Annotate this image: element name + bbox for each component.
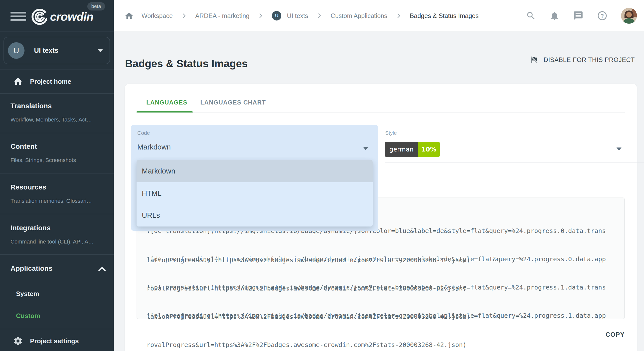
user-avatar[interactable] — [621, 8, 637, 24]
sidebar-item-label: Project home — [30, 78, 71, 86]
sidebar-item-translations[interactable]: Translations Workflow, Members, Tasks, A… — [11, 102, 107, 123]
menu-option-urls[interactable]: URLs — [137, 204, 373, 226]
breadcrumb-workspace[interactable]: Workspace — [142, 12, 173, 20]
sidebar-item-resources[interactable]: Resources Translation memories, Glossari… — [11, 183, 107, 204]
sidebar-item-integrations[interactable]: Integrations Command line tool (CLI), AP… — [11, 224, 107, 245]
crowdin-swirl-icon — [30, 8, 48, 26]
home-icon — [13, 76, 23, 86]
divider — [0, 214, 114, 214]
topbar-actions: ? — [526, 0, 637, 32]
divider — [0, 32, 114, 32]
code-select-menu: Markdown HTML URLs — [137, 160, 373, 226]
badges-card: LANGUAGES LANGUAGES CHART Code Markdown … — [125, 84, 637, 351]
tab-languages-chart[interactable]: LANGUAGES CHART — [200, 99, 266, 106]
section-subtitle: Command line tool (CLI), API, A… — [11, 238, 107, 245]
chevron-right-icon — [316, 12, 323, 19]
sidebar-item-project-settings[interactable]: Project settings — [0, 334, 114, 348]
sidebar: crowdin beta U UI texts Project home Tra… — [0, 0, 114, 351]
code-line: ![pl translation](https://img.shields.io… — [147, 282, 606, 292]
section-title: Content — [11, 142, 107, 150]
section-title: Integrations — [11, 224, 107, 232]
top-bar: Workspace ARDEA - marketing U UI texts C… — [114, 0, 644, 32]
chevron-right-icon — [257, 12, 264, 19]
code-select-label: Code — [137, 130, 150, 136]
messages-icon[interactable] — [573, 10, 583, 21]
page-title: Badges & Status Images — [125, 58, 248, 70]
crowdin-logo[interactable]: crowdin — [30, 8, 93, 26]
divider — [0, 93, 114, 94]
divider — [137, 112, 625, 113]
chevron-right-icon — [181, 12, 187, 19]
section-subtitle: Translation memories, Glossari… — [11, 198, 107, 204]
flag-off-icon — [530, 56, 538, 64]
chevron-down-icon — [98, 49, 103, 52]
breadcrumb-custom-applications[interactable]: Custom Applications — [331, 12, 387, 20]
help-icon[interactable]: ? — [597, 10, 607, 21]
code-line: ![de proofreading](https://img.shields.i… — [147, 254, 606, 264]
disable-label: DISABLE FOR THIS PROJECT — [544, 56, 635, 64]
project-name: UI texts — [34, 47, 98, 54]
sidebar-item-applications[interactable]: Applications — [11, 264, 107, 272]
project-switcher[interactable]: U UI texts — [4, 37, 110, 64]
project-avatar: U — [272, 11, 281, 20]
divider — [385, 162, 644, 162]
home-icon[interactable] — [125, 11, 134, 20]
sidebar-item-project-home[interactable]: Project home — [0, 74, 114, 88]
divider — [0, 329, 114, 329]
chevron-down-icon[interactable] — [616, 148, 621, 150]
project-avatar: U — [8, 42, 25, 59]
breadcrumb-project[interactable]: UI texts — [287, 12, 308, 20]
sidebar-item-system[interactable]: System — [16, 290, 39, 298]
section-title: Applications — [11, 264, 107, 272]
chevron-right-icon — [395, 12, 402, 19]
breadcrumb-current-page: Badges & Status Images — [410, 12, 479, 20]
divider — [0, 69, 114, 70]
style-select[interactable]: german 10% — [385, 142, 440, 157]
breadcrumb: Workspace ARDEA - marketing U UI texts C… — [125, 0, 479, 32]
status-badge: german 10% — [385, 142, 440, 157]
menu-option-html[interactable]: HTML — [137, 182, 373, 204]
badge-progress-value: 10% — [418, 142, 440, 157]
breadcrumb-organization[interactable]: ARDEA - marketing — [195, 12, 250, 20]
code-select-value: Markdown — [137, 143, 171, 151]
code-line: rovalProgress&url=https%3A%2F%2Fbadges.a… — [147, 340, 606, 350]
code-line: ![pl proofreading](https://img.shields.i… — [147, 311, 606, 320]
logo-text: crowdin — [50, 10, 93, 24]
divider — [0, 173, 114, 174]
divider — [0, 254, 114, 255]
chevron-up-icon[interactable] — [98, 266, 106, 272]
beta-badge: beta — [87, 2, 105, 10]
sidebar-item-custom[interactable]: Custom — [16, 312, 40, 320]
sidebar-item-label: Project settings — [30, 337, 79, 345]
section-subtitle: Workflow, Members, Tasks, Act… — [11, 116, 107, 123]
notifications-bell-icon[interactable] — [549, 11, 559, 21]
section-title: Translations — [11, 102, 107, 110]
section-subtitle: Files, Strings, Screenshots — [11, 157, 107, 164]
sidebar-item-content[interactable]: Content Files, Strings, Screenshots — [11, 142, 107, 164]
search-icon[interactable] — [526, 11, 536, 21]
gear-icon — [13, 336, 23, 346]
divider — [0, 133, 114, 133]
section-title: Resources — [11, 183, 107, 191]
menu-option-markdown[interactable]: Markdown — [137, 160, 373, 182]
chevron-down-icon — [363, 147, 368, 150]
badge-language-label: german — [385, 142, 418, 157]
hamburger-menu-icon[interactable] — [11, 12, 26, 21]
svg-text:?: ? — [600, 13, 604, 19]
style-select-label: Style — [385, 130, 397, 136]
crowdin-app: crowdin beta U UI texts Project home Tra… — [0, 0, 644, 351]
tab-languages[interactable]: LANGUAGES — [146, 99, 187, 106]
disable-for-project-button[interactable]: DISABLE FOR THIS PROJECT — [530, 56, 635, 64]
